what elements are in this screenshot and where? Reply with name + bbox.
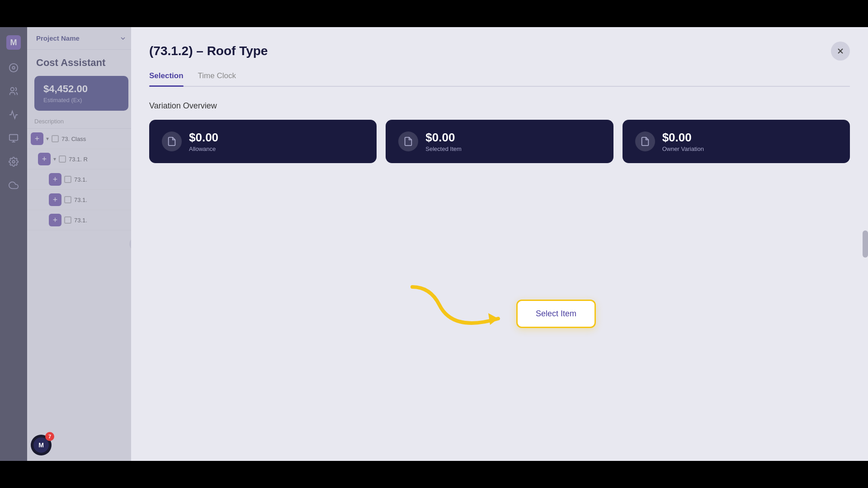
tab-timeclock[interactable]: Time Clock <box>198 71 236 86</box>
notification-badge: 7 <box>45 432 54 441</box>
empty-content-area: Select Item <box>149 181 850 446</box>
allowance-card-content: $0.00 Allowance <box>189 131 218 152</box>
allowance-card: $0.00 Allowance <box>149 120 377 163</box>
modal-title: (73.1.2) – Roof Type <box>149 44 268 58</box>
modal-header: (73.1.2) – Roof Type <box>149 42 850 61</box>
variation-overview-title: Variation Overview <box>149 101 850 111</box>
arrow-container: Select Item <box>403 278 596 350</box>
user-avatar[interactable]: M 7 <box>31 435 52 455</box>
owner-variation-amount: $0.00 <box>662 131 704 145</box>
svg-marker-13 <box>488 313 498 325</box>
selected-item-label: Selected Item <box>425 145 462 152</box>
owner-variation-card-icon <box>635 131 655 151</box>
selected-item-card-content: $0.00 Selected Item <box>425 131 462 152</box>
owner-variation-card-content: $0.00 Owner Variation <box>662 131 704 152</box>
modal-panel: (73.1.2) – Roof Type Selection Time Cloc… <box>131 27 868 461</box>
notification-count: 7 <box>48 434 51 439</box>
close-button[interactable] <box>831 42 850 61</box>
selected-item-card: $0.00 Selected Item <box>386 120 613 163</box>
select-item-button[interactable]: Select Item <box>516 300 596 328</box>
allowance-card-icon <box>162 131 182 151</box>
app-container: M Project Name Cost Assistant $4,452. <box>0 27 868 461</box>
svg-text:M: M <box>38 441 44 449</box>
selected-item-amount: $0.00 <box>425 131 462 145</box>
tabs-container: Selection Time Clock <box>149 71 850 87</box>
allowance-amount: $0.00 <box>189 131 218 145</box>
variation-overview-section: Variation Overview $0.00 Allowance <box>149 101 850 181</box>
variation-cards: $0.00 Allowance $0.00 Selected Item <box>149 120 850 163</box>
owner-variation-card: $0.00 Owner Variation <box>623 120 850 163</box>
scroll-indicator <box>863 230 868 258</box>
selected-item-card-icon <box>398 131 418 151</box>
allowance-label: Allowance <box>189 145 218 152</box>
arrow-graphic <box>403 278 521 350</box>
tab-selection[interactable]: Selection <box>149 71 184 86</box>
owner-variation-label: Owner Variation <box>662 145 704 152</box>
